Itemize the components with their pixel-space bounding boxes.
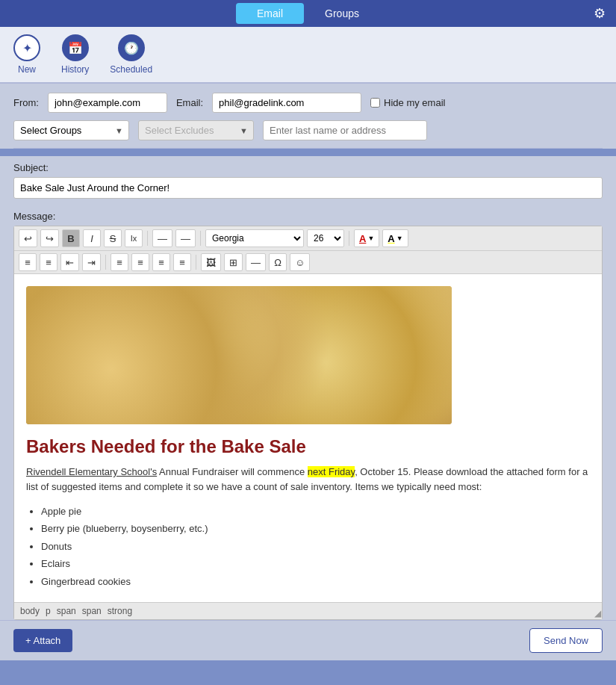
plain-text-button[interactable]: Ix [125,229,143,247]
font-size-select[interactable]: 26 12 14 18 24 36 [307,229,344,247]
insert-table-button[interactable]: ⊞ [224,253,243,271]
scheduled-label: Scheduled [110,64,152,75]
nav-tabs: Email Groups [236,3,380,24]
unlink-button[interactable]: — [175,229,196,247]
bake-paragraph: Rivendell Elementary School's Annual Fun… [26,465,590,494]
toolbar-separator-4 [105,255,106,270]
redo-button[interactable]: ↪ [40,229,59,247]
bake-list: Apple pie Berry pie (blueberry, boysenbe… [41,503,590,590]
hide-email-checkbox[interactable] [370,98,380,108]
editor-toolbar-1: ↩ ↪ B I S Ix — — Georgia Arial Times New… [14,226,602,251]
toolbar-separator-3 [349,231,349,246]
editor-toolbar-2: ≡ ≡ ⇤ ⇥ ≡ ≡ ≡ ≡ 🖼 ⊞ — Ω ☺ ◢ [14,251,602,274]
form-divider [13,148,603,149]
subject-label: Subject: [13,162,603,173]
font-color-label: A [359,233,366,244]
list-item: Berry pie (blueberry, boysenberry, etc.) [41,520,590,537]
list-item: Apple pie [41,503,590,520]
form-row-2: Select Groups ▼ Select Excludes ▼ [13,120,603,140]
bg-color-label: A [388,233,394,244]
bold-button[interactable]: B [62,229,80,247]
strikethrough-button[interactable]: S [104,229,122,247]
history-label: History [61,64,89,75]
history-icon: 📅 [62,34,89,61]
status-tag-p: p [46,606,51,616]
toolbar-separator-2 [200,231,201,246]
special-char-button[interactable]: Ω [269,253,287,271]
toolbar-separator-5 [196,255,196,270]
email-label: Email: [176,97,203,108]
ordered-list-button[interactable]: ≡ [19,253,37,271]
toolbar-row: ✦ New 📅 History 🕐 Scheduled [0,27,616,84]
send-button[interactable]: Send Now [529,628,603,653]
groups-select-wrapper: Select Groups ▼ [13,120,129,140]
gear-icon[interactable]: ⚙ [594,5,606,22]
bake-sale-image [26,286,452,424]
toolbar-scheduled[interactable]: 🕐 Scheduled [110,34,152,75]
new-label: New [18,64,36,75]
list-item: Eclairs [41,555,590,572]
link-button[interactable]: — [152,229,172,247]
toolbar-new[interactable]: ✦ New [13,34,40,75]
cookie-photo [26,286,452,424]
undo-button[interactable]: ↩ [19,229,37,247]
top-nav: Email Groups ⚙ [0,0,616,27]
toolbar-separator-1 [147,231,148,246]
bg-color-button[interactable]: A ▼ [382,229,408,247]
indent-more-button[interactable]: ⇥ [82,253,101,271]
bake-title: Bakers Needed for the Bake Sale [26,436,590,457]
emoji-button[interactable]: ☺ [290,253,310,271]
insert-hr-button[interactable]: — [246,253,266,271]
font-family-select[interactable]: Georgia Arial Times New Roman [205,229,304,247]
tab-groups[interactable]: Groups [304,3,380,24]
insert-image-button[interactable]: 🖼 [201,253,221,271]
form-area: From: Email: Hide my email Select Groups… [0,84,616,149]
message-area: Message: ↩ ↪ B I S Ix — — Georgia Arial … [0,205,616,620]
list-item: Donuts [41,538,590,555]
bg-color-dropdown: ▼ [396,235,403,242]
status-tag-span2: span [82,606,102,616]
status-bar: body p span span strong [14,602,602,619]
message-label: Message: [13,211,603,222]
status-tag-strong: strong [108,606,132,616]
tab-email[interactable]: Email [236,3,304,24]
editor-content[interactable]: Bakers Needed for the Bake Sale Rivendel… [14,274,602,602]
form-row-1: From: Email: Hide my email [13,93,603,113]
toolbar-history[interactable]: 📅 History [61,34,89,75]
address-input[interactable] [263,120,427,140]
status-tag-span1: span [57,606,76,616]
font-color-dropdown: ▼ [367,235,374,242]
bottom-bar: + Attach Send Now [0,620,616,660]
from-input[interactable] [48,93,167,113]
status-tag-body: body [20,606,40,616]
list-item: Gingerbread cookies [41,573,590,590]
font-color-button[interactable]: A ▼ [354,229,379,247]
email-input[interactable] [212,93,361,113]
highlight-text: next Friday [308,466,355,477]
unordered-list-button[interactable]: ≡ [40,253,57,271]
subject-input[interactable] [13,177,603,199]
indent-less-button[interactable]: ⇤ [60,253,79,271]
hide-email-label: Hide my email [384,97,445,108]
attach-button[interactable]: + Attach [13,629,72,652]
align-right-button[interactable]: ≡ [152,253,170,271]
scheduled-icon: 🕐 [118,34,145,61]
excludes-select[interactable]: Select Excludes [138,120,254,140]
from-label: From: [13,97,39,108]
editor-wrapper: ↩ ↪ B I S Ix — — Georgia Arial Times New… [13,226,603,620]
groups-select[interactable]: Select Groups [13,120,129,140]
bake-text-link: Rivendell Elementary School's [26,466,157,477]
resize-handle[interactable]: ◢ [594,608,601,619]
editor-container: ↩ ↪ B I S Ix — — Georgia Arial Times New… [13,226,603,620]
new-icon: ✦ [13,34,40,61]
excludes-select-wrapper: Select Excludes ▼ [138,120,254,140]
subject-area: Subject: [0,156,616,205]
align-justify-button[interactable]: ≡ [173,253,191,271]
italic-button[interactable]: I [83,229,101,247]
align-left-button[interactable]: ≡ [111,253,128,271]
hide-email-row: Hide my email [370,97,445,108]
align-center-button[interactable]: ≡ [131,253,149,271]
